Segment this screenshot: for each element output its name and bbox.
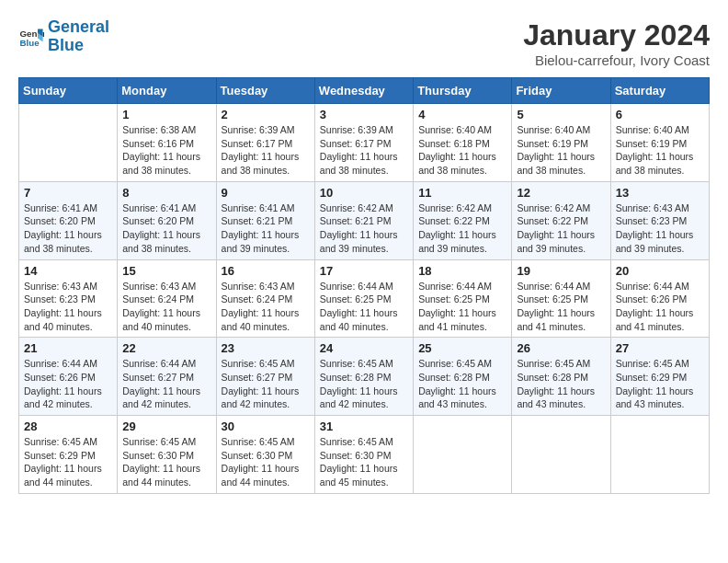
- day-info: Sunrise: 6:45 AMSunset: 6:30 PMDaylight:…: [222, 435, 310, 489]
- day-info: Sunrise: 6:45 AMSunset: 6:28 PMDaylight:…: [418, 357, 506, 411]
- day-number: 29: [122, 419, 210, 433]
- day-info: Sunrise: 6:45 AMSunset: 6:29 PMDaylight:…: [616, 357, 704, 411]
- calendar-cell: 17Sunrise: 6:44 AMSunset: 6:25 PMDayligh…: [314, 259, 413, 338]
- calendar-cell: 11Sunrise: 6:42 AMSunset: 6:22 PMDayligh…: [414, 181, 512, 259]
- calendar-cell: 14Sunrise: 6:43 AMSunset: 6:23 PMDayligh…: [19, 259, 118, 338]
- calendar-cell: 10Sunrise: 6:42 AMSunset: 6:21 PMDayligh…: [314, 181, 413, 259]
- calendar-cell: 24Sunrise: 6:45 AMSunset: 6:28 PMDayligh…: [314, 338, 413, 416]
- day-info: Sunrise: 6:41 AMSunset: 6:21 PMDaylight:…: [222, 201, 310, 256]
- weekday-header-wednesday: Wednesday: [314, 78, 413, 104]
- day-number: 18: [418, 264, 506, 278]
- logo-icon: General Blue: [18, 24, 44, 50]
- calendar-week-row: 28Sunrise: 6:45 AMSunset: 6:29 PMDayligh…: [19, 416, 710, 494]
- weekday-header-row: SundayMondayTuesdayWednesdayThursdayFrid…: [19, 78, 710, 104]
- day-number: 25: [418, 341, 506, 355]
- day-number: 12: [517, 186, 605, 200]
- day-info: Sunrise: 6:39 AMSunset: 6:17 PMDaylight:…: [320, 123, 408, 178]
- day-info: Sunrise: 6:45 AMSunset: 6:28 PMDaylight:…: [320, 357, 408, 411]
- day-info: Sunrise: 6:42 AMSunset: 6:22 PMDaylight:…: [418, 201, 506, 256]
- day-number: 20: [616, 264, 704, 278]
- day-info: Sunrise: 6:44 AMSunset: 6:25 PMDaylight:…: [517, 280, 605, 334]
- calendar-cell: 26Sunrise: 6:45 AMSunset: 6:28 PMDayligh…: [512, 338, 610, 416]
- calendar-cell: 27Sunrise: 6:45 AMSunset: 6:29 PMDayligh…: [610, 338, 709, 416]
- calendar-cell: 18Sunrise: 6:44 AMSunset: 6:25 PMDayligh…: [414, 259, 512, 338]
- calendar-cell: [414, 416, 512, 494]
- day-info: Sunrise: 6:44 AMSunset: 6:26 PMDaylight:…: [616, 280, 704, 334]
- day-number: 30: [222, 419, 310, 433]
- page-header: General Blue GeneralBlue January 2024 Bi…: [18, 18, 710, 68]
- month-year-title: January 2024: [523, 18, 710, 52]
- calendar-cell: 2Sunrise: 6:39 AMSunset: 6:17 PMDaylight…: [216, 104, 314, 182]
- calendar-cell: 29Sunrise: 6:45 AMSunset: 6:30 PMDayligh…: [118, 416, 216, 494]
- day-number: 21: [24, 341, 112, 355]
- day-number: 5: [517, 108, 605, 121]
- weekday-header-sunday: Sunday: [19, 78, 118, 104]
- title-area: January 2024 Bielou-carrefour, Ivory Coa…: [523, 18, 710, 68]
- calendar-cell: 25Sunrise: 6:45 AMSunset: 6:28 PMDayligh…: [414, 338, 512, 416]
- day-number: 14: [24, 264, 112, 278]
- calendar-cell: 19Sunrise: 6:44 AMSunset: 6:25 PMDayligh…: [512, 259, 610, 338]
- calendar-week-row: 1Sunrise: 6:38 AMSunset: 6:16 PMDaylight…: [19, 104, 710, 182]
- day-info: Sunrise: 6:42 AMSunset: 6:21 PMDaylight:…: [320, 201, 408, 256]
- calendar-cell: [610, 416, 709, 494]
- calendar-cell: 20Sunrise: 6:44 AMSunset: 6:26 PMDayligh…: [610, 259, 709, 338]
- day-number: 9: [222, 186, 310, 200]
- day-number: 6: [616, 108, 704, 121]
- day-number: 31: [320, 419, 408, 433]
- day-number: 17: [320, 264, 408, 278]
- day-info: Sunrise: 6:40 AMSunset: 6:19 PMDaylight:…: [616, 123, 704, 178]
- location-subtitle: Bielou-carrefour, Ivory Coast: [523, 52, 710, 68]
- day-info: Sunrise: 6:44 AMSunset: 6:25 PMDaylight:…: [320, 280, 408, 334]
- day-number: 2: [222, 108, 310, 121]
- weekday-header-saturday: Saturday: [610, 78, 709, 104]
- logo: General Blue GeneralBlue: [18, 18, 109, 55]
- day-number: 1: [122, 108, 210, 121]
- weekday-header-tuesday: Tuesday: [216, 78, 314, 104]
- day-info: Sunrise: 6:44 AMSunset: 6:26 PMDaylight:…: [24, 357, 112, 411]
- day-number: 27: [616, 341, 704, 355]
- day-number: 24: [320, 341, 408, 355]
- day-info: Sunrise: 6:45 AMSunset: 6:29 PMDaylight:…: [24, 435, 112, 489]
- calendar-cell: 3Sunrise: 6:39 AMSunset: 6:17 PMDaylight…: [314, 104, 413, 182]
- calendar-week-row: 14Sunrise: 6:43 AMSunset: 6:23 PMDayligh…: [19, 259, 710, 338]
- day-info: Sunrise: 6:43 AMSunset: 6:23 PMDaylight:…: [24, 280, 112, 334]
- calendar-cell: [19, 104, 118, 182]
- calendar-cell: 21Sunrise: 6:44 AMSunset: 6:26 PMDayligh…: [19, 338, 118, 416]
- calendar-cell: 15Sunrise: 6:43 AMSunset: 6:24 PMDayligh…: [118, 259, 216, 338]
- day-number: 3: [320, 108, 408, 121]
- calendar-cell: 12Sunrise: 6:42 AMSunset: 6:22 PMDayligh…: [512, 181, 610, 259]
- day-number: 22: [122, 341, 210, 355]
- day-info: Sunrise: 6:40 AMSunset: 6:19 PMDaylight:…: [517, 123, 605, 178]
- day-number: 13: [616, 186, 704, 200]
- logo-text: GeneralBlue: [48, 18, 109, 55]
- calendar-cell: 30Sunrise: 6:45 AMSunset: 6:30 PMDayligh…: [216, 416, 314, 494]
- day-number: 16: [222, 264, 310, 278]
- day-info: Sunrise: 6:38 AMSunset: 6:16 PMDaylight:…: [122, 123, 210, 178]
- day-number: 7: [24, 186, 112, 200]
- calendar-cell: 4Sunrise: 6:40 AMSunset: 6:18 PMDaylight…: [414, 104, 512, 182]
- day-number: 8: [122, 186, 210, 200]
- calendar-table: SundayMondayTuesdayWednesdayThursdayFrid…: [18, 77, 710, 494]
- calendar-cell: 22Sunrise: 6:44 AMSunset: 6:27 PMDayligh…: [118, 338, 216, 416]
- calendar-cell: 28Sunrise: 6:45 AMSunset: 6:29 PMDayligh…: [19, 416, 118, 494]
- day-number: 28: [24, 419, 112, 433]
- day-info: Sunrise: 6:43 AMSunset: 6:23 PMDaylight:…: [616, 201, 704, 256]
- day-info: Sunrise: 6:41 AMSunset: 6:20 PMDaylight:…: [24, 201, 112, 256]
- weekday-header-monday: Monday: [118, 78, 216, 104]
- day-info: Sunrise: 6:39 AMSunset: 6:17 PMDaylight:…: [222, 123, 310, 178]
- calendar-cell: 7Sunrise: 6:41 AMSunset: 6:20 PMDaylight…: [19, 181, 118, 259]
- day-info: Sunrise: 6:43 AMSunset: 6:24 PMDaylight:…: [222, 280, 310, 334]
- weekday-header-friday: Friday: [512, 78, 610, 104]
- day-number: 19: [517, 264, 605, 278]
- day-info: Sunrise: 6:40 AMSunset: 6:18 PMDaylight:…: [418, 123, 506, 178]
- calendar-cell: 16Sunrise: 6:43 AMSunset: 6:24 PMDayligh…: [216, 259, 314, 338]
- day-info: Sunrise: 6:45 AMSunset: 6:28 PMDaylight:…: [517, 357, 605, 411]
- day-number: 15: [122, 264, 210, 278]
- calendar-cell: 8Sunrise: 6:41 AMSunset: 6:20 PMDaylight…: [118, 181, 216, 259]
- weekday-header-thursday: Thursday: [414, 78, 512, 104]
- calendar-cell: 1Sunrise: 6:38 AMSunset: 6:16 PMDaylight…: [118, 104, 216, 182]
- day-number: 10: [320, 186, 408, 200]
- day-info: Sunrise: 6:43 AMSunset: 6:24 PMDaylight:…: [122, 280, 210, 334]
- day-info: Sunrise: 6:44 AMSunset: 6:25 PMDaylight:…: [418, 280, 506, 334]
- day-number: 4: [418, 108, 506, 121]
